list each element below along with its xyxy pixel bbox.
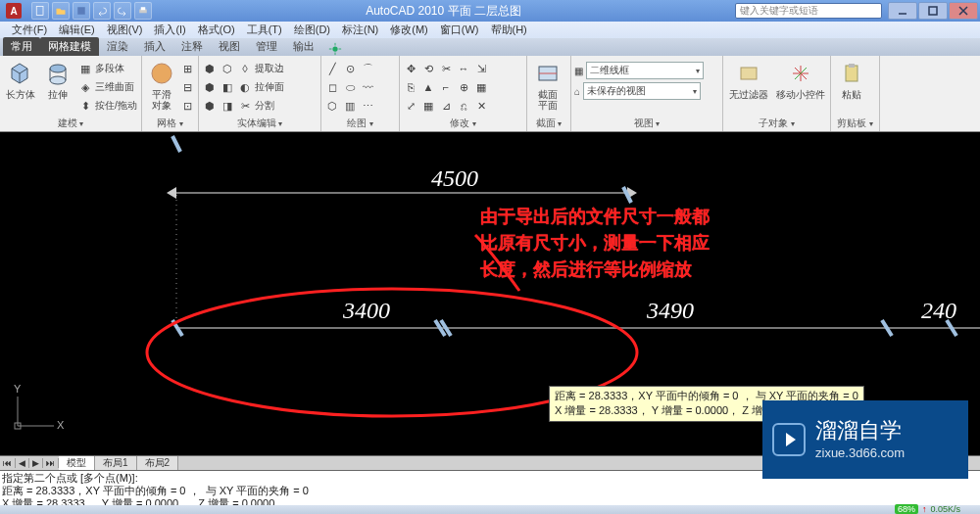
panel-label[interactable]: 剪贴板 <box>834 116 876 131</box>
qat-undo-icon[interactable] <box>93 2 111 20</box>
draw-btn[interactable]: ⬡▥⋯ <box>324 97 375 115</box>
panel-label[interactable]: 实体编辑 <box>202 116 318 131</box>
surf3d-button[interactable]: ◈三维曲面 <box>77 78 137 96</box>
watermark: 溜溜自学 zixue.3d66.com <box>762 400 968 479</box>
maximize-button[interactable] <box>918 2 948 20</box>
svg-text:Y: Y <box>14 383 22 395</box>
menu-item[interactable]: 视图(V) <box>101 23 149 37</box>
tab-nav-next[interactable]: ▶ <box>29 458 43 468</box>
smooth-button[interactable]: 平滑 对象 <box>145 58 177 111</box>
ribbon-tab[interactable]: 渲染 <box>99 37 136 56</box>
gear-icon[interactable] <box>328 42 342 56</box>
saved-view-combo[interactable]: 未保存的视图▾ <box>583 82 701 100</box>
nofilter-button[interactable]: 无过滤器 <box>726 58 772 100</box>
svg-rect-10 <box>741 68 757 79</box>
visual-style-combo[interactable]: 二维线框▾ <box>586 62 704 79</box>
play-icon <box>772 423 806 456</box>
panel-label[interactable]: 截面 <box>530 116 567 131</box>
close-button[interactable] <box>949 2 978 20</box>
extrude-button[interactable]: 拉伸 <box>40 58 75 100</box>
polysolid-button[interactable]: ▦多段体 <box>77 60 137 77</box>
ribbon-tab[interactable]: 视图 <box>211 37 248 56</box>
ribbon-tab[interactable]: 管理 <box>248 37 285 56</box>
qat-redo-icon[interactable] <box>114 2 131 20</box>
qat-save-icon[interactable] <box>73 2 90 20</box>
menu-item[interactable]: 编辑(E) <box>53 23 101 37</box>
panel-huitu: ╱⊙⌒ ◻⬭〰 ⬡▥⋯ 绘图 <box>321 56 400 131</box>
panel-shitu: ▦ 二维线框▾ ⌂ 未保存的视图▾ 视图 <box>571 56 723 131</box>
menu-item[interactable]: 格式(O) <box>192 23 241 37</box>
draw-btn[interactable]: ◻⬭〰 <box>324 78 375 96</box>
modify-btn[interactable]: ✥⟲✂↔⇲ <box>403 60 489 77</box>
ribbon-tab[interactable]: 网格建模 <box>40 37 99 56</box>
watermark-title: 溜溜自学 <box>815 420 905 442</box>
ribbon-tab[interactable]: 插入 <box>136 37 173 56</box>
tab-nav-first[interactable]: ⏮ <box>0 458 16 468</box>
panel-label[interactable]: 网格 <box>145 116 195 131</box>
svg-rect-1 <box>77 7 85 15</box>
panel-label[interactable]: 修改 <box>403 116 523 131</box>
svg-text:X: X <box>57 419 65 431</box>
annotation-text: 长度，然后进行等比例缩放 <box>480 257 710 283</box>
menu-item[interactable]: 窗口(W) <box>434 23 485 37</box>
help-search-input[interactable]: 键入关键字或短语 <box>735 3 882 19</box>
annotation-text: 比原有尺寸小，测量一下相应 <box>480 230 710 257</box>
window-buttons <box>888 2 978 20</box>
view-icon: ⌂ <box>574 86 580 97</box>
modify-btn[interactable]: ⎘▲⌐⊕▦ <box>403 78 489 96</box>
modify-btn[interactable]: ⤢▦⊿⎌✕ <box>403 97 489 115</box>
dimension-text: 3490 <box>646 298 694 323</box>
ribbon-tab[interactable]: 注释 <box>173 37 211 56</box>
menu-item[interactable]: 标注(N) <box>336 23 384 37</box>
dimension-text: 4500 <box>431 165 478 191</box>
app-menu-icon[interactable]: A <box>6 3 22 19</box>
panel-label[interactable]: 视图 <box>574 116 719 131</box>
layout-tab[interactable]: 模型 <box>59 456 95 470</box>
layout-tab[interactable]: 布局2 <box>137 456 179 470</box>
qat-new-icon[interactable] <box>31 2 49 20</box>
panel-label[interactable]: 绘图 <box>324 116 396 131</box>
panel-jiantie: 粘贴 剪贴板 <box>831 56 880 131</box>
mesh-btn[interactable]: ⊡ <box>179 97 195 115</box>
watermark-url: zixue.3d66.com <box>815 445 905 460</box>
box-button[interactable]: 长方体 <box>3 58 38 100</box>
panel-jiemian: 截面 平面 截面 <box>527 56 571 131</box>
layout-tab[interactable]: 布局1 <box>95 456 137 470</box>
gizmo-button[interactable]: 移动小控件 <box>774 58 827 100</box>
dimension-text: 3400 <box>342 298 390 323</box>
panel-xiugai: ✥⟲✂↔⇲ ⎘▲⌐⊕▦ ⤢▦⊿⎌✕ 修改 <box>400 56 527 131</box>
ribbon-tab[interactable]: 输出 <box>285 37 322 56</box>
quick-access-toolbar <box>31 2 152 20</box>
panel-zidui: 无过滤器 移动小控件 子对象 <box>723 56 831 131</box>
panel-label[interactable]: 建模 <box>3 116 138 131</box>
solid-btn[interactable]: ⬢⬡◊提取边 <box>202 60 284 77</box>
qat-print-icon[interactable] <box>134 2 152 20</box>
svg-line-14 <box>172 136 180 152</box>
menu-item[interactable]: 插入(I) <box>148 23 191 37</box>
menu-item[interactable]: 工具(T) <box>241 23 288 37</box>
wireframe-icon: ▦ <box>574 66 583 76</box>
menu-item[interactable]: 修改(M) <box>384 23 434 37</box>
qat-open-icon[interactable] <box>52 2 70 20</box>
panel-label[interactable]: 子对象 <box>726 116 827 131</box>
tab-nav-last[interactable]: ⏭ <box>43 458 59 468</box>
mesh-btn[interactable]: ⊞ <box>179 60 195 77</box>
solid-btn[interactable]: ⬢◧◐拉伸面 <box>202 78 284 96</box>
minimize-button[interactable] <box>888 2 917 20</box>
paste-button[interactable]: 粘贴 <box>834 58 869 100</box>
panel-wangge: 平滑 对象 ⊞ ⊟ ⊡ 网格 <box>142 56 199 131</box>
ribbon-tab[interactable]: 常用 <box>3 37 40 56</box>
svg-point-5 <box>332 46 337 51</box>
section-button[interactable]: 截面 平面 <box>530 58 565 111</box>
mesh-btn[interactable]: ⊟ <box>179 78 195 96</box>
menu-item[interactable]: 帮助(H) <box>485 23 533 37</box>
annotation-text: 由于导出后的文件尺寸一般都 <box>480 204 710 230</box>
menu-item[interactable]: 绘图(D) <box>288 23 336 37</box>
menu-item[interactable]: 文件(F) <box>6 23 53 37</box>
net-indicator: 68% ↑0.05K/s <box>895 504 960 514</box>
presspull-button[interactable]: ⬍按住/拖动 <box>77 97 137 115</box>
draw-btn[interactable]: ╱⊙⌒ <box>324 60 375 77</box>
tab-nav-prev[interactable]: ◀ <box>16 458 29 468</box>
solid-btn[interactable]: ⬢◨✂分割 <box>202 97 284 115</box>
menu-bar: 文件(F) 编辑(E) 视图(V) 插入(I) 格式(O) 工具(T) 绘图(D… <box>0 22 980 38</box>
